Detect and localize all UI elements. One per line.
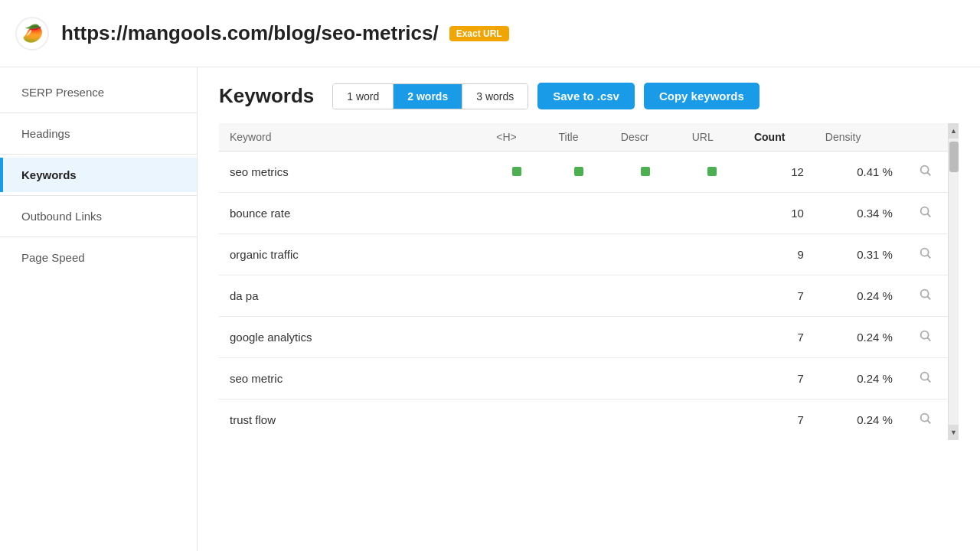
descr-indicator-cell [610, 152, 681, 193]
search-action-cell[interactable] [903, 276, 948, 317]
sidebar-item-page-speed[interactable]: Page Speed [0, 240, 197, 275]
title-indicator-cell [548, 317, 610, 358]
word-filter-btn-2words[interactable]: 2 words [394, 84, 462, 109]
svg-line-3 [927, 214, 930, 217]
sidebar: SERP PresenceHeadingsKeywordsOutbound Li… [0, 67, 198, 551]
svg-line-13 [927, 420, 930, 423]
url-indicator-cell [681, 193, 743, 234]
col-header-count: Count [743, 123, 815, 152]
search-action-cell[interactable] [903, 399, 948, 441]
top-header: 🥭 https://mangools.com/blog/seo-metrics/… [0, 0, 980, 67]
search-icon[interactable] [919, 412, 933, 425]
search-action-cell[interactable] [903, 317, 948, 358]
sidebar-divider [0, 154, 197, 155]
scroll-thumb[interactable] [949, 142, 959, 172]
scroll-up-button[interactable]: ▲ [949, 123, 959, 139]
search-action-cell[interactable] [903, 193, 948, 234]
search-icon[interactable] [919, 370, 933, 384]
count-cell: 10 [743, 193, 815, 234]
svg-point-8 [921, 331, 929, 339]
url-green-indicator [707, 167, 717, 176]
save-csv-button[interactable]: Save to .csv [537, 83, 635, 109]
keywords-header: Keywords 1 word2 words3 words Save to .c… [219, 83, 959, 109]
search-action-cell[interactable] [903, 152, 948, 193]
table-row: trust flow70.24 % [219, 399, 948, 441]
keyword-cell: seo metrics [219, 152, 485, 193]
search-icon[interactable] [919, 288, 933, 302]
descr-indicator-cell [610, 276, 681, 317]
url-indicator-cell [681, 399, 743, 441]
url-display: https://mangools.com/blog/seo-metrics/ [61, 21, 439, 45]
keyword-cell: da pa [219, 276, 485, 317]
svg-point-4 [921, 249, 929, 256]
count-cell: 7 [743, 317, 815, 358]
col-header-action [903, 123, 948, 152]
url-indicator-cell [681, 152, 743, 193]
table-scroll-area: Keyword <H> Title Descr URL Count Densit… [219, 123, 948, 440]
search-action-cell[interactable] [903, 358, 948, 399]
density-cell: 0.31 % [815, 234, 903, 276]
sidebar-divider [0, 112, 197, 113]
title-indicator-cell [548, 399, 610, 441]
copy-keywords-button[interactable]: Copy keywords [644, 83, 760, 109]
sidebar-item-keywords[interactable]: Keywords [0, 158, 197, 192]
search-action-cell[interactable] [903, 234, 948, 276]
table-row: organic traffic90.31 % [219, 234, 948, 276]
svg-line-5 [927, 255, 930, 258]
density-cell: 0.24 % [815, 317, 903, 358]
col-header-url: URL [681, 123, 743, 152]
url-indicator-cell [681, 317, 743, 358]
scroll-down-button[interactable]: ▼ [949, 425, 959, 440]
svg-point-6 [921, 290, 929, 298]
descr-indicator-cell [610, 234, 681, 276]
col-header-descr: Descr [610, 123, 681, 152]
keyword-cell: trust flow [219, 399, 485, 441]
sidebar-item-outbound-links[interactable]: Outbound Links [0, 199, 197, 233]
svg-point-0 [921, 166, 929, 174]
sidebar-divider [0, 195, 197, 196]
sidebar-item-headings[interactable]: Headings [0, 116, 197, 151]
h-indicator-cell [485, 276, 547, 317]
descr-indicator-cell [610, 193, 681, 234]
descr-green-indicator [641, 167, 650, 176]
search-icon[interactable] [919, 164, 933, 178]
logo-icon: 🥭 [15, 17, 49, 51]
word-filter-btn-3words[interactable]: 3 words [462, 84, 528, 109]
count-cell: 7 [743, 399, 815, 441]
h-indicator-cell [485, 234, 547, 276]
density-cell: 0.24 % [815, 399, 903, 441]
title-indicator-cell [548, 152, 610, 193]
search-icon[interactable] [919, 246, 933, 260]
word-filter-btn-1word[interactable]: 1 word [333, 84, 394, 109]
h-indicator-cell [485, 399, 547, 441]
table-row: bounce rate100.34 % [219, 193, 948, 234]
svg-line-11 [927, 379, 930, 382]
table-wrapper: Keyword <H> Title Descr URL Count Densit… [219, 123, 959, 440]
h-indicator-cell [485, 358, 547, 399]
word-filter-group: 1 word2 words3 words [332, 83, 528, 109]
table-row: da pa70.24 % [219, 276, 948, 317]
density-cell: 0.34 % [815, 193, 903, 234]
search-icon[interactable] [919, 205, 933, 219]
svg-line-9 [927, 337, 930, 341]
scrollbar-track: ▲ ▼ [948, 123, 959, 440]
count-cell: 9 [743, 234, 815, 276]
sidebar-item-serp-presence[interactable]: SERP Presence [0, 75, 197, 109]
svg-line-1 [927, 172, 930, 175]
count-cell: 12 [743, 152, 815, 193]
h-indicator-cell [485, 152, 547, 193]
table-row: seo metric70.24 % [219, 358, 948, 399]
svg-line-7 [927, 296, 930, 299]
h-indicator-cell [485, 193, 547, 234]
col-header-keyword: Keyword [219, 123, 485, 152]
title-indicator-cell [548, 193, 610, 234]
exact-url-badge: Exact URL [449, 26, 509, 41]
keyword-cell: bounce rate [219, 193, 485, 234]
title-indicator-cell [548, 358, 610, 399]
search-icon[interactable] [919, 329, 933, 343]
title-green-indicator [574, 167, 583, 176]
keyword-cell: seo metric [219, 358, 485, 399]
h-green-indicator [512, 167, 521, 176]
table-header-row: Keyword <H> Title Descr URL Count Densit… [219, 123, 948, 152]
keyword-cell: organic traffic [219, 234, 485, 276]
